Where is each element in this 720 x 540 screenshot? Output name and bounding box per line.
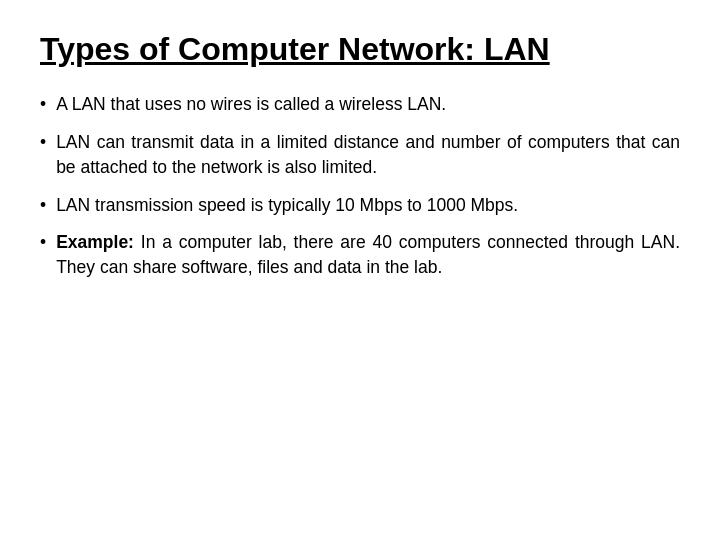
bullet-dot: •	[40, 130, 46, 155]
bullet-dot: •	[40, 193, 46, 218]
bullet-text: Example: In a computer lab, there are 40…	[56, 230, 680, 281]
bullet-text: A LAN that uses no wires is called a wir…	[56, 92, 680, 117]
list-item: • LAN transmission speed is typically 10…	[40, 193, 680, 218]
bullet-dot: •	[40, 92, 46, 117]
list-item: • LAN can transmit data in a limited dis…	[40, 130, 680, 181]
bullet-text: LAN can transmit data in a limited dista…	[56, 130, 680, 181]
bullet-dot: •	[40, 230, 46, 255]
bullet-list: • A LAN that uses no wires is called a w…	[40, 92, 680, 280]
list-item: • A LAN that uses no wires is called a w…	[40, 92, 680, 117]
bold-prefix: Example:	[56, 232, 134, 252]
bullet-text-rest: In a computer lab, there are 40 computer…	[56, 232, 680, 277]
bullet-text: LAN transmission speed is typically 10 M…	[56, 193, 680, 218]
page-title: Types of Computer Network: LAN	[40, 30, 680, 68]
list-item: • Example: In a computer lab, there are …	[40, 230, 680, 281]
